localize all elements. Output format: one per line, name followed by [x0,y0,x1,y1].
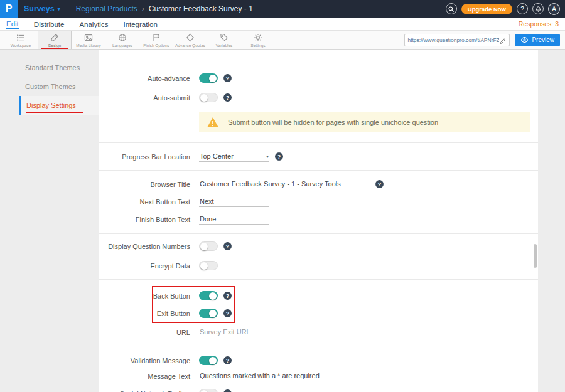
back-button-row: Back Button ? [99,291,538,300]
tab-label: Media Library [76,43,100,48]
validation-message-row: Validation Message ? [99,356,538,365]
toolbar-tab-settings[interactable]: Settings [241,31,275,49]
validation-message-toggle[interactable] [199,356,218,365]
preview-label: Preview [532,36,554,43]
exit-button-row: Exit Button ? [99,309,538,318]
auto-advance-toggle[interactable] [199,73,218,83]
submit-hidden-warning: Submit button will be hidden for pages w… [199,112,530,132]
finish-button-text-input[interactable] [199,214,269,225]
design-icon [50,33,60,43]
message-text-label: Message Text [99,373,190,380]
display-question-numbers-help-icon[interactable]: ? [223,242,232,250]
exit-button-toggle[interactable] [199,309,218,318]
auto-submit-help-icon[interactable]: ? [223,93,232,102]
message-text-input[interactable] [199,371,370,381]
display-question-numbers-label: Display Question Numbers [99,243,190,250]
display-question-numbers-row: Display Question Numbers ? [99,241,538,251]
design-sidebar: Standard Themes Custom Themes Display Se… [19,50,99,392]
sidebar-item-custom-themes[interactable]: Custom Themes [19,77,99,96]
user-avatar[interactable]: A [548,3,560,15]
surveys-menu[interactable]: Surveys ▾ [18,0,68,18]
toolbar-tab-variables[interactable]: Variables [207,31,241,49]
back-button-toggle[interactable] [199,291,218,300]
tab-label: Finish Options [143,43,170,48]
chevron-down-icon: ▾ [58,6,60,12]
progress-bar-location-help-icon[interactable]: ? [275,152,283,161]
auto-advance-help-icon[interactable]: ? [223,74,232,82]
exit-url-input[interactable] [199,327,370,337]
questionpro-logo[interactable]: P [0,0,18,18]
back-button-help-icon[interactable]: ? [223,292,232,300]
browser-title-label: Browser Title [99,181,190,188]
warning-text: Submit button will be hidden for pages w… [228,119,438,126]
browser-title-row: Browser Title ? [99,179,538,189]
tab-label: Settings [250,43,266,48]
auto-submit-toggle[interactable] [199,93,218,102]
toolbar-tab-advance-quotas[interactable]: Advance Quotas [173,31,207,49]
surveys-menu-label: Surveys [24,4,55,13]
advance-quotas-icon [185,33,195,43]
auto-submit-label: Auto-submit [99,94,190,102]
toolbar-tab-finish-options[interactable]: Finish Options [139,31,173,49]
variables-icon [219,33,229,43]
topbar: P Surveys ▾ Regional Products › Customer… [0,0,565,18]
settings-gear-icon [253,33,263,43]
breadcrumb-separator: › [142,4,144,13]
progress-bar-location-select[interactable]: Top Center ▾ [199,151,269,162]
responses-count[interactable]: Responses: 3 [519,20,559,28]
section-divider [99,233,538,234]
auto-advance-label: Auto-advance [99,75,190,82]
sidebar-item-standard-themes[interactable]: Standard Themes [19,58,99,77]
upgrade-now-button[interactable]: Upgrade Now [461,4,512,14]
message-text-row: Message Text [99,371,538,381]
help-menu-button[interactable]: ? [517,3,528,14]
nav-tab-integration[interactable]: Integration [123,19,157,29]
browser-title-input[interactable] [199,179,370,189]
finish-button-text-label: Finish Button Text [99,216,190,223]
social-network-toolbar-help-icon[interactable]: ? [223,389,232,392]
pencil-icon [499,36,507,44]
browser-title-help-icon[interactable]: ? [375,180,384,188]
search-button[interactable] [446,3,457,14]
nav-tab-analytics[interactable]: Analytics [79,19,108,29]
nav-tab-edit[interactable]: Edit [6,18,19,29]
exit-button-help-icon[interactable]: ? [223,309,232,317]
survey-url-input[interactable] [407,37,499,43]
toolbar-tab-workspace[interactable]: Workspace [4,31,38,49]
survey-url-box [404,34,510,46]
breadcrumb-folder[interactable]: Regional Products [76,4,137,13]
warning-icon [207,117,219,128]
workspace-icon [16,33,26,43]
exit-button-label: Exit Button [99,310,190,317]
panel-scrollbar-thumb[interactable] [534,244,537,268]
back-button-label: Back Button [99,292,190,300]
display-question-numbers-toggle[interactable] [199,241,218,251]
topbar-actions: Upgrade Now ? A [446,3,565,15]
exit-url-label: URL [99,329,190,336]
media-library-icon [83,33,94,43]
next-button-text-input[interactable] [199,196,269,207]
bell-icon [535,6,542,13]
edit-url-button[interactable] [499,36,507,44]
encrypt-data-row: Encrypt Data [99,261,538,270]
toolbar-tab-languages[interactable]: Languages [105,31,139,49]
preview-button[interactable]: Preview [515,34,560,46]
notifications-button[interactable] [532,3,544,14]
next-button-text-row: Next Button Text [99,196,538,207]
toolbar-tab-design[interactable]: Design [38,31,72,49]
auto-advance-row: Auto-advance ? [99,73,538,83]
sidebar-item-display-settings[interactable]: Display Settings [19,96,99,115]
nav-tab-distribute[interactable]: Distribute [34,19,65,29]
social-network-toolbar-toggle[interactable] [199,389,218,392]
social-network-toolbar-label: Social Network Toolbar [99,390,190,392]
validation-message-help-icon[interactable]: ? [223,356,232,364]
encrypt-data-label: Encrypt Data [99,262,190,270]
search-icon [448,6,455,13]
section-divider [99,170,538,171]
toolbar-tab-media-library[interactable]: Media Library [72,31,105,49]
breadcrumb: Regional Products › Customer Feedback Su… [68,4,253,13]
section-divider [99,347,538,347]
languages-icon [117,33,127,43]
encrypt-data-toggle[interactable] [199,261,218,270]
tab-label: Variables [216,43,233,48]
